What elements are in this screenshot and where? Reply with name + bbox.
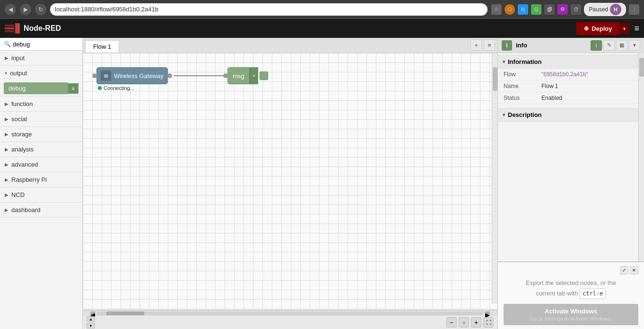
wireless-gateway-icon: ≋ [101, 71, 111, 81]
chevron-right-icon: ▶ [5, 177, 9, 182]
flow-list-button[interactable]: ≡ [484, 39, 495, 51]
flow-id-row: Flow "6958d1b0.2a41b" [498, 69, 638, 80]
canvas-tabs: Flow 1 + ≡ [83, 38, 497, 53]
sidebar-item-raspberry-pi[interactable]: ▶ Raspberry Pi [0, 172, 82, 187]
name-row: Name Flow 1 [498, 80, 638, 92]
extensions-icon[interactable]: ⬡ [505, 4, 515, 15]
sidebar-item-storage[interactable]: ▶ storage [0, 127, 82, 142]
right-scroll-arrow[interactable]: ▶ [485, 311, 490, 315]
information-section-label: Information [508, 58, 542, 65]
nr-logo-icon [5, 23, 20, 34]
logo-text: Node-RED [24, 24, 61, 33]
right-panel-body: ▾ Information Flow "6958d1b0.2a41b" Name… [498, 53, 644, 261]
sidebar-item-ncd[interactable]: ▶ NCD [0, 187, 82, 202]
wireless-gateway-node[interactable]: ≋ Wireless Gateway Connecting... [92, 67, 172, 91]
info-tab-button[interactable]: i [591, 40, 602, 51]
scroll-down-button[interactable]: ▼ [87, 323, 95, 329]
msg-node-body: msg [227, 67, 250, 84]
sidebar-item-analysis[interactable]: ▶ analysis [0, 142, 82, 157]
horizontal-scrollbar[interactable]: ◀ ▶ [83, 310, 497, 316]
right-panel-buttons: i ✎ ▦ ▾ [591, 40, 640, 51]
debug-node[interactable]: debug ≡ [4, 82, 78, 94]
node-status-text: Connecting... [104, 85, 134, 91]
ext5-icon[interactable]: ⚙ [557, 4, 568, 15]
wireless-gateway-node-body: ≋ Wireless Gateway [96, 67, 168, 84]
paused-badge: Paused H [584, 3, 626, 16]
search-icon: 🔍 [4, 41, 11, 47]
deploy-dropdown-button[interactable]: ▾ [619, 23, 629, 34]
sidebar-item-label: analysis [11, 146, 34, 153]
sidebar-item-label: social [11, 116, 27, 123]
sidebar-category-storage: ▶ storage [0, 127, 82, 142]
chevron-right-icon: ▶ [5, 207, 9, 213]
deploy-button[interactable]: ⊕ Deploy [576, 22, 619, 35]
zoom-out-button[interactable]: − [446, 317, 457, 328]
sidebar-item-advanced[interactable]: ▶ advanced [0, 157, 82, 172]
url-text: localhost:1880/#flow/6958d1b0.2a41b [55, 6, 158, 13]
paused-label: Paused [589, 6, 608, 13]
zoom-in-button[interactable]: + [471, 317, 481, 328]
chevron-right-icon: ▶ [5, 162, 9, 167]
vertical-scrollbar[interactable] [492, 53, 497, 304]
edit-tab-button[interactable]: ✎ [603, 40, 615, 51]
canvas-grid[interactable]: ≋ Wireless Gateway Connecting... msg [83, 53, 497, 310]
ext3-icon[interactable]: G [531, 4, 541, 15]
right-panel-title: info [516, 42, 587, 49]
name-label: Name [504, 83, 541, 89]
nr-logo: Node-RED [5, 23, 61, 34]
activate-subtitle: Go to Settings to activate Windows. [507, 316, 635, 321]
back-button[interactable]: ◀ [5, 4, 16, 15]
debug-node-handle: ≡ [68, 83, 78, 94]
chart-tab-button[interactable]: ▦ [616, 40, 627, 51]
url-bar[interactable]: localhost:1880/#flow/6958d1b0.2a41b [50, 3, 487, 16]
left-scroll-arrow[interactable]: ◀ [90, 311, 95, 315]
chevron-down-icon: ▾ [503, 59, 505, 64]
sidebar-item-input[interactable]: ▶ input [0, 51, 82, 65]
browser-icons: ☆ ⬡ N G 🗐 ⚙ ⏱ Paused H ⋮ [491, 3, 639, 16]
msg-node[interactable]: msg ≡ [223, 67, 268, 84]
info-icon: i [502, 40, 512, 51]
canvas-tab-actions: + ≡ [470, 39, 495, 53]
sidebar-left: 🔍 ✕ ▶ input ▾ output debug ≡ [0, 38, 83, 329]
sidebar-item-social[interactable]: ▶ social [0, 112, 82, 126]
sidebar-item-dashboard[interactable]: ▶ dashboard [0, 203, 82, 217]
forward-button[interactable]: ▶ [20, 4, 31, 15]
ext6-icon[interactable]: ⏱ [571, 4, 581, 15]
reload-button[interactable]: ↻ [35, 4, 46, 15]
right-panel-content: ▾ Information Flow "6958d1b0.2a41b" Name… [498, 53, 638, 261]
export-close-button[interactable]: ✕ [630, 266, 638, 275]
add-flow-button[interactable]: + [470, 39, 482, 51]
h-scrollbar-thumb [106, 311, 144, 315]
export-panel: ⤢ ✕ Export the selected nodes, or the cu… [498, 261, 644, 329]
more-button[interactable]: ⋮ [629, 4, 639, 15]
sidebar-item-output[interactable]: ▾ output [0, 66, 82, 80]
sidebar-item-function[interactable]: ▶ function [0, 97, 82, 111]
search-input[interactable] [13, 41, 83, 48]
right-panel-scrollbar[interactable] [638, 53, 644, 261]
hamburger-menu-button[interactable]: ≡ [634, 24, 639, 34]
wireless-gateway-label: Wireless Gateway [114, 72, 164, 80]
flow-tab[interactable]: Flow 1 [85, 40, 119, 53]
scroll-up-button[interactable]: ▲ [87, 316, 95, 322]
zoom-reset-button[interactable]: ○ [459, 317, 469, 328]
canvas-area: Flow 1 + ≡ ≋ Wireless Gateway [83, 38, 497, 329]
msg-list-handle[interactable]: ≡ [250, 67, 258, 84]
export-line2: current tab with [536, 290, 578, 297]
ext4-icon[interactable]: 🗐 [544, 4, 555, 15]
fullscreen-button[interactable]: ⛶ [483, 317, 494, 328]
msg-input-port [223, 73, 228, 78]
description-section-header[interactable]: ▾ Description [498, 108, 638, 122]
ext2-icon[interactable]: N [518, 4, 528, 15]
svg-rect-3 [15, 23, 20, 34]
chevron-right-icon: ▶ [5, 101, 9, 107]
expand-button[interactable]: ⤢ [620, 266, 628, 275]
export-line1: Export the selected nodes, or the [526, 279, 616, 286]
export-panel-actions: ⤢ ✕ [504, 266, 638, 275]
close-panel-button[interactable]: ▾ [629, 40, 640, 51]
chevron-right-icon: ▶ [5, 147, 9, 152]
bookmark-icon[interactable]: ☆ [491, 4, 502, 15]
node-output-port [167, 73, 172, 78]
chevron-down-icon: ▾ [503, 112, 505, 117]
debug-node-label: debug [4, 82, 68, 94]
information-section-header[interactable]: ▾ Information [498, 55, 638, 69]
